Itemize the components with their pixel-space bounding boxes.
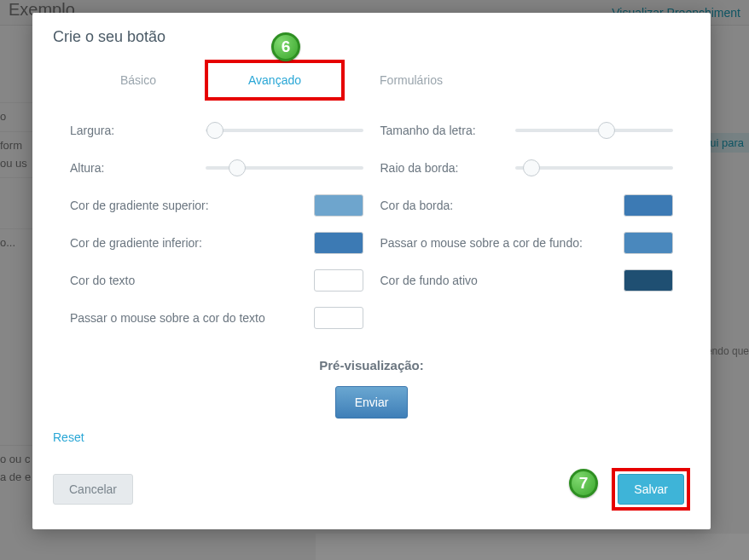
preview-button[interactable]: Enviar [335,386,409,419]
font-size-row: Tamanho da letra: [380,119,674,141]
step-badge-6: 6 [271,32,300,61]
text-color-row: Cor do texto [70,269,363,292]
border-radius-slider[interactable] [515,159,673,177]
active-bg-row: Cor de fundo ativo [380,269,674,292]
grad-bottom-row: Cor de gradiente inferior: [70,232,363,254]
modal-footer: Cancelar 7 Salvar [53,468,690,511]
hover-text-color-swatch[interactable] [314,307,363,329]
border-radius-row: Raio da borda: [380,157,674,179]
step-badge-7: 7 [569,469,598,498]
border-radius-label: Raio da borda: [380,161,516,175]
slider-thumb[interactable] [523,159,540,176]
height-slider[interactable] [206,159,363,177]
border-color-label: Cor da borda: [380,199,624,212]
hover-bg-row: Passar o mouse sobre a cor de fundo: [380,232,674,254]
tab-advanced[interactable]: Avançado [206,61,343,99]
cancel-button[interactable]: Cancelar [53,474,133,505]
active-bg-swatch[interactable] [624,269,673,292]
reset-link[interactable]: Reset [53,430,84,444]
tab-advanced-label: Avançado [248,73,301,87]
hover-bg-label: Passar o mouse sobre a cor de fundo: [380,236,624,250]
grad-bottom-label: Cor de gradiente inferior: [70,236,314,250]
form-area: Largura: Altura: Cor de gradiente superi… [53,119,690,344]
grad-top-row: Cor de gradiente superior: [70,194,363,216]
right-column: Tamanho da letra: Raio da borda: Cor da … [380,119,674,344]
save-button[interactable]: Salvar [618,474,684,505]
active-bg-label: Cor de fundo ativo [380,274,624,287]
save-highlight: Salvar [612,468,690,511]
grad-bottom-swatch[interactable] [314,232,363,254]
width-label: Largura: [70,124,206,137]
hover-bg-swatch[interactable] [624,232,673,254]
height-row: Altura: [70,157,363,179]
modal-title: Crie o seu botão [53,28,690,46]
width-row: Largura: [70,119,363,141]
tab-basic[interactable]: Básico [70,61,206,99]
slider-thumb[interactable] [229,159,246,176]
grad-top-label: Cor de gradiente superior: [70,199,314,212]
hover-text-color-label: Passar o mouse sobre a cor do texto [70,311,314,325]
font-size-label: Tamanho da letra: [380,124,516,137]
left-column: Largura: Altura: Cor de gradiente superi… [70,119,363,344]
slider-thumb[interactable] [206,122,224,139]
slider-track [206,129,363,132]
slider-thumb[interactable] [598,122,615,139]
font-size-slider[interactable] [515,121,673,140]
width-slider[interactable] [206,121,363,140]
grad-top-swatch[interactable] [314,194,363,216]
preview-title: Pré-visualização: [53,358,690,372]
text-color-swatch[interactable] [314,269,363,292]
tabs: Básico Avançado Formulários [70,61,673,99]
height-label: Altura: [70,161,206,175]
tab-forms[interactable]: Formulários [343,61,479,99]
button-builder-modal: 6 Crie o seu botão Básico Avançado Formu… [32,13,711,529]
preview-block: Pré-visualização: Enviar Reset [53,358,690,444]
text-color-label: Cor do texto [70,274,314,287]
border-color-row: Cor da borda: [380,194,674,216]
slider-track [515,129,673,132]
hover-text-color-row: Passar o mouse sobre a cor do texto [70,307,363,329]
border-color-swatch[interactable] [624,194,673,216]
